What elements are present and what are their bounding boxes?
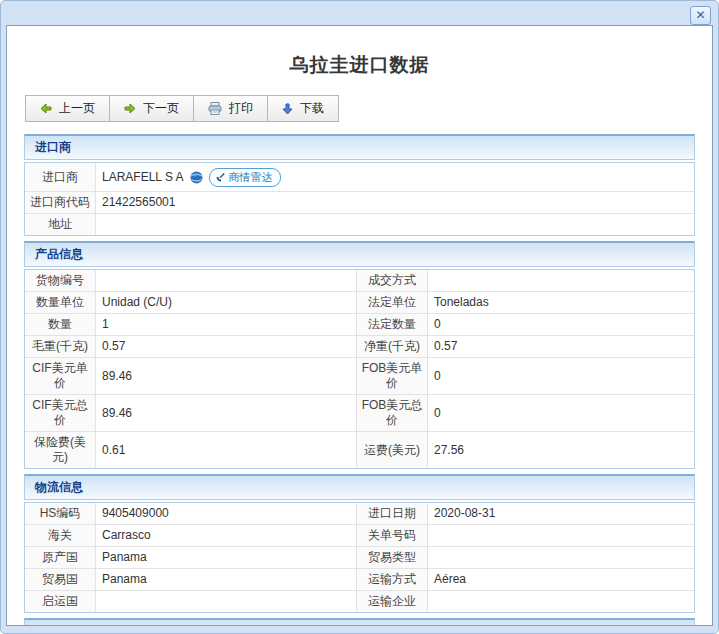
field-value: 0 [428,313,694,335]
field-label: FOB美元总价 [357,394,428,431]
field-label: 进口日期 [357,503,428,524]
field-value: Panama [96,568,357,590]
field-label: 原产国 [25,546,96,568]
field-label: 数量单位 [25,291,96,313]
field-value [428,546,694,568]
field-value: 0 [428,394,694,431]
field-value: 89.46 [96,394,357,431]
field-label: 数量 [25,313,96,335]
field-label: 启运国 [25,590,96,612]
field-label: 法定数量 [357,313,428,335]
table-row: 原产国 Panama 贸易类型 [25,546,694,568]
table-row: 海关 Carrasco 关单号码 [25,524,694,546]
field-value [96,590,357,612]
arrow-left-icon [40,103,52,114]
field-label: FOB美元单价 [357,357,428,394]
download-label: 下载 [300,100,324,117]
importer-code-label: 进口商代码 [25,191,96,213]
field-value [428,590,694,612]
toolbar: 上一页 下一页 打印 [25,95,339,122]
field-value [428,270,694,291]
section-description-header: 描述 [24,618,695,626]
section-description: 描述 编码描述 产品描述 TIRAS LED [24,618,695,626]
field-value: 2020-08-31 [428,503,694,524]
next-page-button[interactable]: 下一页 [110,96,194,121]
address-label: 地址 [25,213,96,235]
field-value: 89.46 [96,357,357,394]
arrow-right-icon [124,103,136,114]
field-value: 9405409000 [96,503,357,524]
table-row: CIF美元单价 89.46 FOB美元单价 0 [25,357,694,394]
field-label: 海关 [25,524,96,546]
dialog-panel: 乌拉圭进口数据 上一页 下一页 [6,25,713,626]
field-value: 0 [428,357,694,394]
section-logistics: 物流信息 HS编码 9405409000 进口日期 2020-08-31 海关 … [24,474,695,613]
table-row: 保险费(美元) 0.61 运费(美元) 27.56 [25,431,694,468]
field-label: CIF美元总价 [25,394,96,431]
field-value: Unidad (C/U) [96,291,357,313]
arrow-down-icon [282,103,293,115]
globe-icon[interactable] [190,171,203,184]
table-row: 进口商 LARAFELL S A [25,163,694,191]
dialog-frame: ✕ 乌拉圭进口数据 上一页 下一页 [0,0,719,634]
field-value: 27.56 [428,431,694,468]
table-row: 毛重(千克) 0.57 净重(千克) 0.57 [25,335,694,357]
field-label: 运输方式 [357,568,428,590]
field-label: 保险费(美元) [25,431,96,468]
table-row: 数量单位 Unidad (C/U) 法定单位 Toneladas [25,291,694,313]
importer-name-label: 进口商 [25,163,96,191]
table-row: 地址 [25,213,694,235]
section-importer: 进口商 进口商 LARAFELL S A [24,134,695,236]
field-label: 关单号码 [357,524,428,546]
field-label: 法定单位 [357,291,428,313]
section-logistics-header: 物流信息 [24,474,695,500]
print-button[interactable]: 打印 [194,96,268,121]
field-value [96,270,357,291]
field-value: 0.57 [96,335,357,357]
field-label: HS编码 [25,503,96,524]
table-row: 进口商代码 21422565001 [25,191,694,213]
section-importer-header: 进口商 [24,134,695,160]
importer-name-value: LARAFELL S A [102,170,184,185]
field-value: Carrasco [96,524,357,546]
table-row: 货物编号 成交方式 [25,270,694,291]
field-value: Aérea [428,568,694,590]
table-row: 启运国 运输企业 [25,590,694,612]
field-value: 0.57 [428,335,694,357]
field-label: 货物编号 [25,270,96,291]
section-product: 产品信息 货物编号 成交方式 数量单位 Unidad (C/U) 法定单位 To… [24,241,695,469]
field-value: Panama [96,546,357,568]
print-label: 打印 [229,100,253,117]
field-value: 0.61 [96,431,357,468]
field-label: 毛重(千克) [25,335,96,357]
table-row: CIF美元总价 89.46 FOB美元总价 0 [25,394,694,431]
table-row: 贸易国 Panama 运输方式 Aérea [25,568,694,590]
field-label: 贸易国 [25,568,96,590]
prev-page-button[interactable]: 上一页 [26,96,110,121]
field-label: 贸易类型 [357,546,428,568]
field-label: 运输企业 [357,590,428,612]
close-icon[interactable]: ✕ [690,6,711,25]
address-value [96,213,694,235]
field-value: 1 [96,313,357,335]
field-label: 运费(美元) [357,431,428,468]
section-product-header: 产品信息 [24,241,695,267]
field-label: CIF美元单价 [25,357,96,394]
prev-page-label: 上一页 [59,100,95,117]
radar-icon [215,172,226,183]
field-value: Toneladas [428,291,694,313]
field-label: 成交方式 [357,270,428,291]
business-radar-badge[interactable]: 商情雷达 [209,168,281,187]
next-page-label: 下一页 [143,100,179,117]
importer-code-value: 21422565001 [96,191,694,213]
field-label: 净重(千克) [357,335,428,357]
download-button[interactable]: 下载 [268,96,338,121]
page-title: 乌拉圭进口数据 [7,52,712,78]
table-row: HS编码 9405409000 进口日期 2020-08-31 [25,503,694,524]
field-value [428,524,694,546]
business-radar-label: 商情雷达 [229,170,273,185]
printer-icon [208,102,222,115]
table-row: 数量 1 法定数量 0 [25,313,694,335]
